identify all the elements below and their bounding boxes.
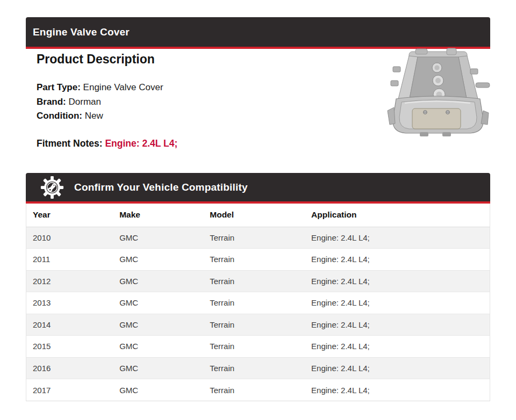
table-cell: GMC [113,270,203,292]
detail-line-part-type: Part Type: Engine Valve Cover [37,81,163,95]
table-row: 2016GMCTerrainEngine: 2.4L L4; [26,357,490,379]
table-cell: GMC [113,227,203,249]
condition-label: Condition: [37,111,82,121]
table-cell: 2016 [26,357,113,379]
table-cell: 2012 [26,270,113,292]
table-cell: 2013 [26,292,113,314]
condition-value: New [85,111,103,121]
column-header-model: Model [203,204,305,227]
table-cell: Engine: 2.4L L4; [305,379,490,401]
table-cell: 2015 [26,336,113,358]
table-row: 2015GMCTerrainEngine: 2.4L L4; [26,336,490,358]
brand-value: Dorman [69,97,101,107]
fitment-notes-label: Fitment Notes: [37,138,103,149]
table-cell: 2014 [26,314,113,336]
fitment-notes-value: Engine: 2.4L L4; [105,138,177,149]
table-cell: Terrain [203,270,305,292]
table-cell: 2017 [26,379,113,401]
table-cell: Engine: 2.4L L4; [305,227,490,249]
table-cell: Terrain [203,292,305,314]
table-body: 2010GMCTerrainEngine: 2.4L L4;2011GMCTer… [26,227,490,401]
table-row: 2010GMCTerrainEngine: 2.4L L4; [26,227,490,249]
table-cell: GMC [113,292,203,314]
detail-line-condition: Condition: New [37,109,163,124]
product-title: Engine Valve Cover [33,26,130,38]
table-cell: 2010 [26,227,113,249]
part-type-value: Engine Valve Cover [83,82,163,92]
table-row: 2012GMCTerrainEngine: 2.4L L4; [26,270,490,292]
column-header-application: Application [305,204,490,227]
part-type-label: Part Type: [37,82,81,92]
listing-page: Engine Valve Cover Product Description P… [0,0,516,420]
compatibility-table: Year Make Model Application 2010GMCTerra… [26,204,490,401]
table-cell: Terrain [203,314,305,336]
table-cell: Terrain [203,379,305,401]
table-cell: GMC [113,336,203,358]
table-header-row: Year Make Model Application [26,204,490,227]
gear-engine-icon [40,175,64,200]
table-cell: Engine: 2.4L L4; [305,357,490,379]
table-cell: Engine: 2.4L L4; [305,270,490,292]
table-row: 2013GMCTerrainEngine: 2.4L L4; [26,292,490,314]
detail-line-brand: Brand: Dorman [37,95,163,110]
table-cell: Terrain [203,357,305,379]
section-title-product-description: Product Description [37,52,155,67]
table-row: 2017GMCTerrainEngine: 2.4L L4; [26,379,490,401]
table-cell: Terrain [203,249,305,271]
table-row: 2011GMCTerrainEngine: 2.4L L4; [26,249,490,271]
product-photo [378,47,493,140]
fitment-notes: Fitment Notes: Engine: 2.4L L4; [37,138,177,149]
table-cell: Engine: 2.4L L4; [305,336,490,358]
column-header-make: Make [113,204,203,227]
table-cell: Engine: 2.4L L4; [305,249,490,271]
brand-label: Brand: [37,97,66,107]
product-title-bar: Engine Valve Cover [26,17,490,49]
engine-valve-cover-image [378,47,493,140]
table-row: 2014GMCTerrainEngine: 2.4L L4; [26,314,490,336]
table-cell: 2011 [26,249,113,271]
table-cell: Terrain [203,336,305,358]
column-header-year: Year [26,204,113,227]
product-details: Part Type: Engine Valve Cover Brand: Dor… [37,81,163,124]
table-cell: GMC [113,379,203,401]
compatibility-header-bar: Confirm Your Vehicle Compatibility [26,173,490,204]
table-cell: GMC [113,314,203,336]
table-cell: GMC [113,357,203,379]
table-cell: GMC [113,249,203,271]
table-cell: Terrain [203,227,305,249]
compatibility-title: Confirm Your Vehicle Compatibility [74,182,248,193]
table-cell: Engine: 2.4L L4; [305,292,490,314]
table-cell: Engine: 2.4L L4; [305,314,490,336]
